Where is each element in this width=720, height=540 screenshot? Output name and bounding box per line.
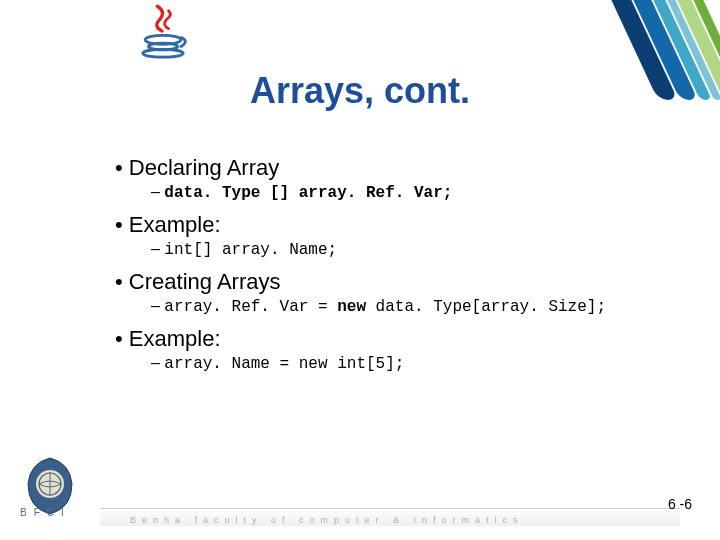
code-creating: array. Ref. Var = new data. Type[array. … xyxy=(151,297,660,316)
java-logo-icon xyxy=(135,4,191,60)
bullet-example1: Example: xyxy=(115,212,660,238)
bullet-declaring: Declaring Array xyxy=(115,155,660,181)
code-example1: int[] array. Name; xyxy=(151,240,660,259)
footer-brand: BFCI xyxy=(20,507,71,518)
svg-point-2 xyxy=(143,49,183,57)
code-example2: array. Name = new int[5]; xyxy=(151,354,660,373)
bullet-creating: Creating Arrays xyxy=(115,269,660,295)
content-body: Declaring Array data. Type [] array. Ref… xyxy=(115,155,660,383)
footer-institution: Benha faculty of computer & Informatics xyxy=(130,515,524,525)
slide-title: Arrays, cont. xyxy=(0,70,720,112)
code-declaring: data. Type [] array. Ref. Var; xyxy=(151,183,660,202)
bullet-example2: Example: xyxy=(115,326,660,352)
page-number: 6 -6 xyxy=(668,496,692,512)
